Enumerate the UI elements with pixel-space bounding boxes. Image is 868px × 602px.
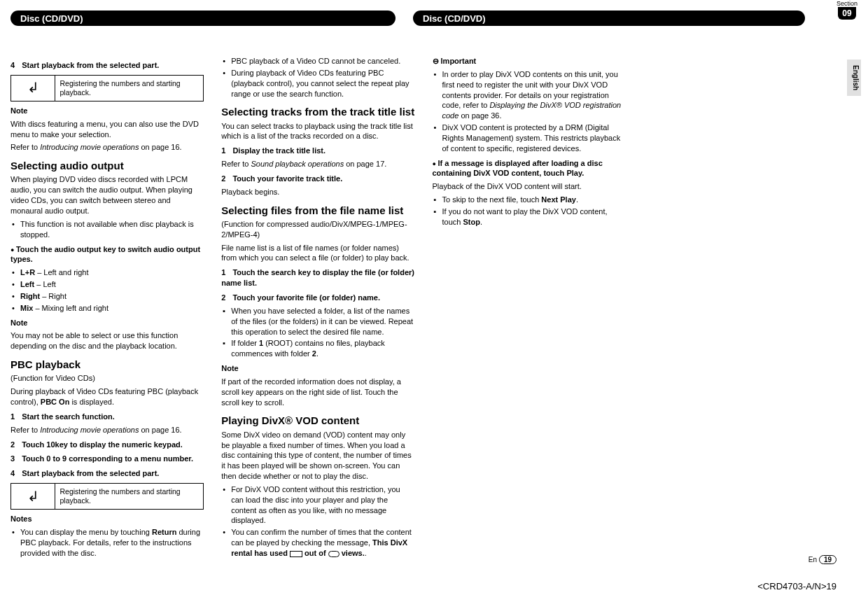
c3-sq-list: When you have selected a folder, a list … [221, 306, 414, 359]
c2-step3: 3Touch 0 to 9 corresponding to a menu nu… [10, 454, 204, 464]
c1-note-body3: You may not be able to select or use thi… [10, 330, 204, 351]
c1-note-hd: Note [10, 106, 204, 116]
c3-note-hd: Note [221, 363, 414, 374]
c3-note-body: If part of the recorded information does… [221, 377, 414, 408]
header-left: Disc (CD/DVD) [10, 10, 396, 26]
c1-step4: 4Start playback from the selected part. [10, 60, 204, 71]
c2-p2: (Function for compressed audio/DivX/MPEG… [221, 219, 414, 240]
c3-b2: You can confirm the number of times that… [221, 527, 414, 559]
c4-p1: Playback of the DivX VOD content will st… [433, 181, 626, 192]
footer-lang: En [808, 556, 817, 564]
c2-step2: 2Touch 10key to display the numeric keyp… [10, 440, 204, 450]
footer-page-num: 19 [819, 555, 836, 564]
c2-step2b: 2Touch your favorite track title. [221, 174, 414, 184]
c1-step1b: 1Start the search function. [10, 412, 204, 422]
enter-icon: ↲ [11, 76, 55, 101]
important-list: In order to play DivX VOD contents on th… [433, 69, 626, 121]
c2-step1b: 1Display the track title list. [221, 146, 414, 156]
c2-n2: PBC playback of a Video CD cannot be can… [221, 56, 414, 66]
c4-b1: DivX VOD content is protected by a DRM (… [433, 122, 626, 154]
opt-lr: L+R – Left and right [10, 267, 204, 278]
c2-p1: You can select tracks to playback using … [221, 121, 414, 142]
imp1: In order to play DivX VOD contents on th… [433, 69, 626, 121]
c3-step2: 2Touch your favorite file (or folder) na… [221, 293, 414, 303]
audio-options: L+R – Left and right Left – Left Right –… [10, 267, 204, 313]
c4-lead: If a message is displayed after loading … [433, 158, 626, 179]
h2-divx: Playing DivX® VOD content [221, 414, 414, 426]
c1-p2a: (Function for Video CDs) [10, 373, 204, 384]
enter-icon-box-1: ↲ Registering the numbers and starting p… [10, 75, 204, 102]
enter-icon-2: ↲ [11, 484, 55, 509]
c3-sq1: When you have selected a folder, a list … [221, 306, 414, 337]
c1-p2b: During playback of Video CDs featuring P… [10, 386, 204, 407]
c3-p1: Some DivX video on demand (VOD) content … [221, 430, 414, 482]
h2-audio-output: Selecting audio output [10, 160, 204, 172]
c1-note-body2: Refer to Introducing movie operations on… [10, 142, 204, 153]
c2-n3: During playback of Video CDs featuring P… [221, 68, 414, 99]
c1-bullets1: This function is not available when disc… [10, 219, 204, 240]
c1-note-body1: With discs featuring a menu, you can als… [10, 119, 204, 140]
section-tab: Section 09 [836, 0, 858, 20]
opt-l: Left – Left [10, 279, 204, 290]
c2-notes-hd: Notes [10, 514, 204, 524]
language-tab: English [847, 59, 861, 96]
c3-bullets: For DivX VOD content without this restri… [221, 484, 414, 559]
enter-icon-box-2: ↲ Registering the numbers and starting p… [10, 483, 204, 510]
c1-p1: When playing DVD video discs recorded wi… [10, 174, 204, 216]
footer-code: <CRD4703-A/N>19 [757, 581, 836, 592]
c2-step4: 4Start playback from the selected part. [10, 468, 204, 479]
c1-sub1: Refer to Introducing movie operations on… [10, 425, 204, 435]
c1-note-hd2: Note [10, 318, 204, 328]
c3-p0: File name list is a list of file names (… [221, 243, 414, 264]
c4-sq-list: To skip to the next file, touch Next Pla… [433, 195, 626, 227]
c4-bullets: DivX VOD content is protected by a DRM (… [433, 122, 626, 154]
h2-track-list: Selecting tracks from the track title li… [221, 106, 414, 118]
main-content: 4Start playback from the selected part. … [10, 56, 836, 567]
c2-n1: You can display the menu by touching Ret… [10, 527, 204, 559]
c3-b1: For DivX VOD content without this restri… [221, 484, 414, 526]
blank-box-icon [290, 551, 302, 557]
h2-pbc: PBC playback [10, 358, 204, 370]
header-right: Disc (CD/DVD) [413, 10, 805, 26]
c4-sq2: If you do not want to play the DivX VOD … [433, 206, 626, 227]
header-right-text: Disc (CD/DVD) [423, 13, 486, 24]
c1-b1: This function is not available when disc… [10, 219, 204, 240]
c3-sq2: If folder 1 (ROOT) contains no files, pl… [221, 338, 414, 359]
section-number: 09 [838, 7, 855, 20]
header-left-text: Disc (CD/DVD) [20, 13, 83, 24]
c3-step1: 1Touch the search key to display the fil… [221, 267, 414, 288]
important-hd: Important [433, 56, 626, 66]
enter-icon-desc: Registering the numbers and starting pla… [55, 78, 203, 99]
footer-page: En 19 [808, 556, 836, 564]
c1-lead: Touch the audio output key to switch aud… [10, 244, 204, 265]
section-label: Section [836, 0, 858, 7]
c4-sq1: To skip to the next file, touch Next Pla… [433, 195, 626, 205]
enter-icon-desc-2: Registering the numbers and starting pla… [55, 486, 203, 507]
blank-oval-icon [328, 551, 340, 557]
c2-sub1: Refer to Sound playback operations on pa… [221, 159, 414, 169]
c2-sub2: Playback begins. [221, 187, 414, 197]
opt-r: Right – Right [10, 291, 204, 302]
h2-file-list: Selecting files from the file name list [221, 204, 414, 216]
opt-mix: Mix – Mixing left and right [10, 303, 204, 314]
